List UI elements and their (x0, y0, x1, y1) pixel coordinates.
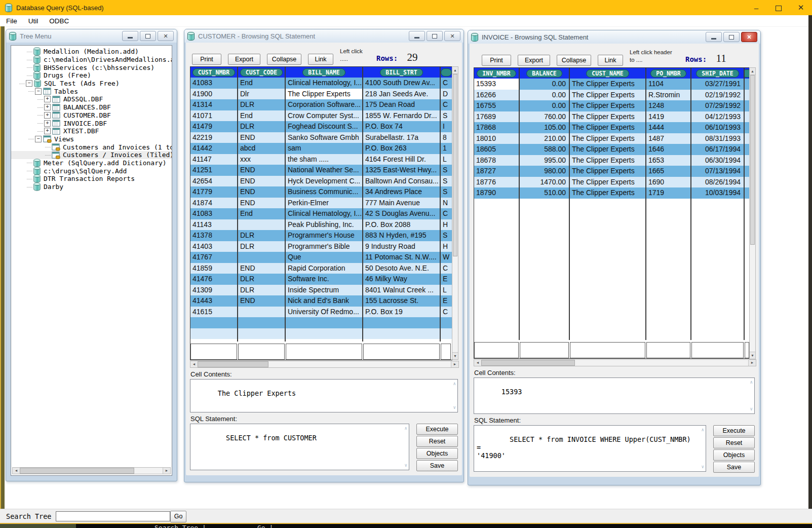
tree-item[interactable]: +XTEST.DBF (11, 127, 172, 135)
column-header[interactable]: SHIP_DATE (691, 68, 745, 79)
column-header[interactable]: CUST_NAME (570, 68, 646, 79)
tree-item[interactable]: DTR Transaction Reports (11, 175, 172, 183)
grid-cell[interactable] (745, 187, 749, 199)
column-header[interactable]: BILL_STRT (363, 67, 441, 78)
grid-cell[interactable] (363, 344, 440, 360)
grid-cell[interactable] (190, 344, 237, 360)
grid-cell[interactable]: The Clipper Experts (570, 187, 646, 199)
grid-cell[interactable]: 1470.00 (520, 177, 570, 188)
scrollbar-thumb[interactable] (198, 361, 268, 367)
tree-close-button[interactable]: ✕ (158, 31, 174, 41)
grid-cell[interactable]: xxx (238, 154, 286, 165)
column-header[interactable] (745, 68, 749, 79)
grid-cell[interactable] (190, 328, 238, 340)
grid-cell[interactable]: 08/31/1993 (691, 133, 745, 144)
column-header[interactable]: BILL_NAME (286, 67, 363, 78)
grid-cell[interactable]: R.Stromin (646, 90, 691, 101)
invoice-horizontal-scrollbar[interactable]: ◄ ► (474, 359, 756, 366)
grid-cell[interactable] (363, 317, 441, 328)
grid-cell[interactable]: University Of Redmo... (286, 307, 363, 318)
grid-cell[interactable]: The Clipper Experts (570, 111, 646, 123)
grid-cell[interactable]: C (441, 307, 452, 318)
grid-cell[interactable]: 41443 (190, 295, 238, 307)
objects-button[interactable]: Objects (713, 449, 755, 461)
tree-item[interactable]: Customers and Invoices (1 to (11, 143, 172, 151)
column-header[interactable]: CUST_CODE (238, 67, 286, 78)
grid-cell[interactable]: END (238, 176, 286, 187)
chevron-up-icon[interactable]: ∧ (750, 380, 753, 385)
grid-cell[interactable]: 41083 (190, 208, 238, 219)
tree-item[interactable]: Medallion (Medalion.add) (11, 48, 172, 56)
grid-cell[interactable]: 41476 (190, 274, 238, 285)
tree-item[interactable]: c:\medalion\DrivesAndMedallions.ad (11, 56, 172, 64)
grid-cell[interactable]: 02/19/1992 (691, 90, 745, 101)
column-header[interactable]: CUST_NMBR (190, 67, 238, 78)
objects-button[interactable]: Objects (416, 448, 458, 459)
grid-cell[interactable]: 46 Milky Way (363, 274, 441, 285)
grid-cell[interactable] (745, 342, 749, 358)
grid-cell[interactable]: 1419 (646, 111, 691, 123)
grid-cell[interactable]: 18010 (474, 133, 520, 144)
invoice-vertical-scrollbar[interactable]: ▲ ▼ (749, 67, 756, 359)
grid-cell[interactable]: 41378 (190, 230, 238, 241)
grid-cell[interactable]: 42 S Douglas Avenu... (363, 208, 441, 219)
search-tree-input[interactable] (56, 511, 170, 521)
collapse-box-icon[interactable]: − (35, 136, 42, 142)
grid-cell[interactable]: 1653 (646, 155, 691, 166)
grid-cell[interactable]: 41767 (190, 252, 238, 263)
grid-cell[interactable]: Business Communic... (286, 186, 363, 198)
grid-cell[interactable]: 41314 (190, 99, 238, 110)
grid-cell[interactable]: 588.00 (520, 144, 570, 155)
grid-cell[interactable]: 06/10/1993 (691, 122, 745, 133)
grid-cell[interactable]: The Clipper Experts (570, 133, 646, 144)
grid-cell[interactable] (238, 307, 286, 318)
grid-cell[interactable] (286, 344, 362, 360)
grid-cell[interactable] (745, 100, 749, 111)
grid-cell[interactable]: Perkin-Elmer (286, 198, 363, 209)
collapse-button[interactable]: Collapse (267, 54, 301, 65)
grid-cell[interactable]: 175 Dean Road (363, 99, 441, 110)
reset-button[interactable]: Reset (416, 436, 458, 447)
menu-odbc[interactable]: ODBC (49, 17, 69, 25)
grid-cell[interactable]: Crow Computer Syst... (286, 110, 363, 122)
customer-minimize-button[interactable] (409, 31, 425, 41)
grid-cell[interactable]: 777 Main Avenue (363, 198, 441, 209)
tree-item[interactable]: −Views (11, 135, 172, 143)
scroll-up-icon[interactable]: ▲ (750, 68, 755, 75)
grid-cell[interactable]: END (238, 165, 286, 176)
grid-cell[interactable]: H (441, 219, 452, 231)
grid-cell[interactable]: 18605 (474, 144, 520, 155)
grid-cell[interactable]: P.O. Box 263 (363, 143, 441, 154)
grid-cell[interactable]: 995.00 (520, 155, 570, 166)
grid-cell[interactable] (745, 166, 749, 177)
column-header[interactable]: BALANCE (520, 68, 570, 79)
grid-cell[interactable]: 883 N Hyden, #195 (363, 230, 441, 241)
grid-cell[interactable]: The Clipper Experts (570, 122, 646, 133)
tree-item[interactable]: −Tables (11, 87, 172, 95)
scrollbar-thumb[interactable] (20, 468, 134, 474)
grid-cell[interactable] (190, 317, 238, 328)
invoice-close-button[interactable]: ✕ (741, 32, 757, 42)
grid-cell[interactable]: 15393 (474, 79, 520, 90)
tree-item[interactable]: Darby (11, 183, 172, 191)
scrollbar-thumb[interactable] (481, 360, 575, 366)
grid-cell[interactable]: 03/27/1991 (691, 79, 745, 90)
execute-button[interactable]: Execute (416, 424, 458, 435)
grid-cell[interactable]: 0.00 (520, 79, 570, 90)
grid-cell[interactable] (238, 344, 285, 360)
scrollbar-thumb[interactable] (453, 74, 457, 256)
reset-button[interactable]: Reset (713, 437, 755, 448)
grid-cell[interactable]: H (441, 241, 452, 252)
grid-cell[interactable]: 41615 (190, 307, 238, 318)
grid-cell[interactable]: 1690 (646, 177, 691, 188)
scrollbar-thumb[interactable] (750, 75, 755, 245)
grid-cell[interactable]: END (238, 198, 286, 209)
grid-cell[interactable]: The Clipper Experts (570, 144, 646, 155)
grid-cell[interactable]: 06/17/1994 (691, 144, 745, 155)
grid-cell[interactable]: W (441, 252, 452, 263)
grid-cell[interactable]: Nick and Ed's Bank (286, 295, 363, 307)
grid-cell[interactable]: DLR (238, 274, 286, 285)
invoice-minimize-button[interactable] (706, 32, 722, 42)
grid-cell[interactable]: DLR (238, 241, 286, 252)
grid-cell[interactable]: L (441, 154, 452, 165)
